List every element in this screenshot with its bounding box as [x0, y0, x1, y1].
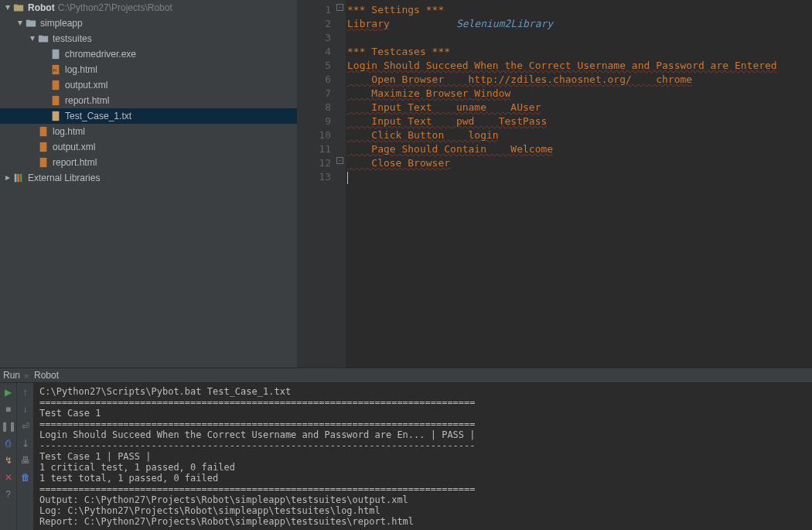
tree-label: report.html: [53, 157, 97, 168]
tree-node-chromedriver[interactable]: • chromedriver.exe: [0, 46, 297, 62]
code-editor: 1 2 3 4 5 6 7 8 9 10 11 12 13 - - *** Se…: [298, 0, 812, 368]
code-text: Login Should Succeed When the Correct Us…: [347, 60, 777, 71]
tree-label: log.html: [65, 64, 97, 75]
gutter: 1 2 3 4 5 6 7 8 9 10 11 12 13: [298, 0, 335, 368]
line-number: 1: [298, 3, 331, 17]
run-header-label: Run: [3, 370, 20, 381]
code-text: Open Browser http://zdiles.chaosnet.org/…: [347, 74, 692, 85]
tree-label: External Libraries: [28, 173, 100, 183]
run-panel: ▶ ■ ❚❚ ⎙ ↯ ✕ ? ↑ ↓ ⏎ ⤓ 🖶 🗑 C:\Python27\S…: [0, 383, 812, 530]
folder-icon: [12, 2, 25, 14]
console-line: Log: C:\Python27\Projects\Robot\simpleap…: [39, 505, 806, 516]
text-cursor: [347, 172, 348, 184]
tree-label: report.html: [65, 95, 109, 106]
code-text: Close Browser: [347, 157, 450, 169]
rerun-button[interactable]: ▶: [2, 386, 15, 398]
line-number: 5: [298, 59, 331, 73]
console-line: 1 critical test, 1 passed, 0 failed: [39, 462, 806, 473]
line-number: 13: [298, 170, 331, 184]
close-button[interactable]: ✕: [2, 471, 15, 484]
scroll-button[interactable]: ⤓: [19, 437, 32, 450]
line-number: 10: [298, 128, 331, 142]
run-toolbar-left: ▶ ■ ❚❚ ⎙ ↯ ✕ ?: [0, 383, 16, 530]
run-panel-header[interactable]: Run ▸ Robot: [0, 368, 812, 383]
caret-down-icon[interactable]: ▾: [28, 32, 37, 43]
tree-label: simpleapp: [40, 18, 83, 29]
tree-node-testsuites[interactable]: ▾ testsuites: [0, 31, 297, 46]
svg-rect-0: [53, 50, 60, 59]
console-line: Output: C:\Python27\Projects\Robot\simpl…: [39, 494, 806, 505]
html-file-icon: [49, 94, 62, 107]
down-button[interactable]: ↓: [19, 403, 32, 415]
tree-node-output-xml[interactable]: • output.xml: [0, 77, 297, 93]
console-line: 1 test total, 1 passed, 0 failed: [39, 473, 806, 484]
line-number: 6: [298, 73, 331, 87]
tree-node-log-html-2[interactable]: • log.html: [0, 124, 297, 139]
caret-down-icon[interactable]: ▾: [3, 2, 12, 12]
tree-label: testsuites: [53, 33, 92, 44]
svg-rect-4: [17, 174, 19, 183]
html-file-icon: [37, 125, 49, 138]
folder-icon: [25, 17, 37, 29]
fold-marker-icon[interactable]: -: [336, 157, 343, 164]
file-icon: [49, 48, 62, 60]
svg-rect-2: [53, 111, 60, 121]
dump-button[interactable]: ⎙: [2, 437, 15, 450]
project-path: C:\Python27\Projects\Robot: [58, 2, 172, 13]
print-button[interactable]: 🖶: [19, 454, 32, 467]
line-number: 12: [298, 156, 331, 170]
svg-rect-5: [20, 174, 22, 183]
console-line: Test Case 1 | PASS |: [39, 451, 806, 462]
run-toolbar-right: ↑ ↓ ⏎ ⤓ 🖶 🗑: [16, 383, 33, 530]
tree-label: output.xml: [65, 80, 107, 91]
code-text: Input Text uname AUser: [347, 101, 541, 113]
caret-down-icon[interactable]: ▾: [15, 17, 25, 28]
html-file-icon: [37, 156, 49, 169]
pause-button[interactable]: ❚❚: [2, 420, 15, 433]
console-line: ----------------------------------------…: [39, 440, 806, 451]
tree-node-external-libraries[interactable]: ▸ External Libraries: [0, 170, 297, 186]
pin-button[interactable]: ↯: [2, 454, 15, 467]
project-name: Robot: [28, 2, 55, 13]
caret-right-icon[interactable]: ▸: [3, 172, 12, 183]
code-text: Click Button login: [347, 129, 499, 141]
console-line: ========================================…: [39, 484, 806, 494]
tree-node-testcase1[interactable]: • Test_Case_1.txt: [0, 108, 297, 124]
code-text: Maximize Browser Window: [347, 87, 510, 99]
code-text: Input Text pwd TestPass: [347, 115, 547, 127]
trash-button[interactable]: 🗑: [19, 471, 32, 484]
code-text: *** Testcases ***: [347, 46, 450, 57]
console-line: Login Should Succeed When the Correct Us…: [39, 429, 806, 440]
tree-label: Test_Case_1.txt: [65, 111, 131, 121]
html-file-icon: H: [49, 63, 62, 76]
console-line: ========================================…: [39, 397, 806, 408]
stop-button[interactable]: ■: [2, 403, 15, 415]
tree-node-report-html-2[interactable]: • report.html: [0, 155, 297, 170]
project-tree[interactable]: ▾ Robot C:\Python27\Projects\Robot ▾ sim…: [0, 0, 298, 368]
code-text: *** Settings ***: [347, 4, 444, 15]
tree-node-report-html[interactable]: • report.html: [0, 93, 297, 108]
txt-file-icon: [49, 110, 62, 122]
help-button[interactable]: ?: [2, 488, 15, 501]
tree-node-root[interactable]: ▾ Robot C:\Python27\Projects\Robot: [0, 0, 297, 15]
up-button[interactable]: ↑: [19, 386, 32, 398]
console-output[interactable]: C:\Python27\Scripts\Pybot.bat Test_Case_…: [33, 383, 812, 530]
tree-node-simpleapp[interactable]: ▾ simpleapp: [0, 15, 297, 31]
console-line: C:\Python27\Scripts\Pybot.bat Test_Case_…: [39, 386, 806, 397]
xml-file-icon: [49, 79, 62, 91]
editor-content[interactable]: *** Settings *** Library Selenium2Librar…: [346, 0, 812, 368]
run-config-name: Robot: [34, 370, 59, 381]
line-number: 3: [298, 31, 331, 45]
tree-node-log-html[interactable]: • H log.html: [0, 62, 297, 77]
fold-marker-icon[interactable]: -: [336, 4, 343, 11]
line-number: 11: [298, 142, 331, 156]
folder-icon: [37, 32, 49, 45]
wrap-button[interactable]: ⏎: [19, 420, 32, 433]
svg-rect-3: [15, 174, 17, 183]
console-line: Report: C:\Python27\Projects\Robot\simpl…: [39, 516, 806, 527]
tree-label: output.xml: [53, 142, 95, 152]
line-number: 7: [298, 87, 331, 101]
xml-file-icon: [37, 141, 49, 153]
tree-node-output-xml-2[interactable]: • output.xml: [0, 139, 297, 155]
libraries-icon: [12, 172, 25, 184]
